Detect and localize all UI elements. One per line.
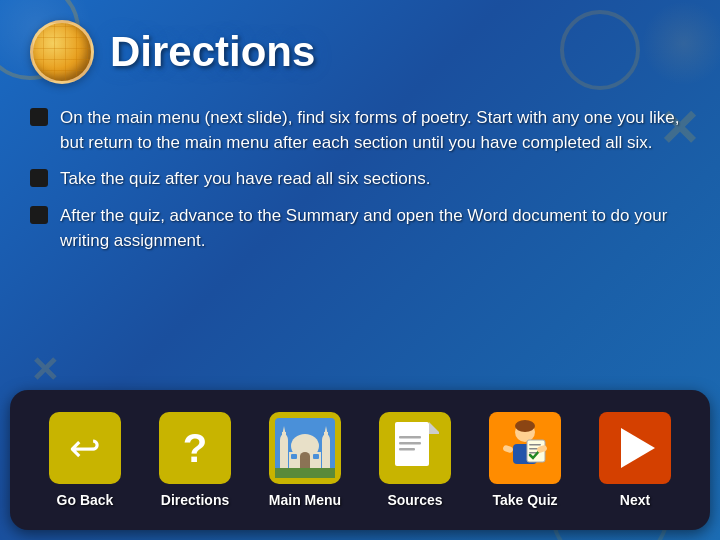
- nav-bar: ↩ Go Back ? Directions: [10, 390, 710, 530]
- svg-marker-17: [429, 422, 439, 434]
- nav-item-next[interactable]: Next: [595, 412, 675, 508]
- main-menu-label: Main Menu: [269, 492, 341, 508]
- nav-item-main-menu[interactable]: Main Menu: [265, 412, 345, 508]
- svg-rect-14: [313, 454, 319, 459]
- svg-point-12: [300, 452, 310, 460]
- go-back-icon-box[interactable]: ↩: [49, 412, 121, 484]
- directions-icon-box[interactable]: ?: [159, 412, 231, 484]
- svg-point-22: [515, 420, 535, 432]
- globe-icon: [30, 20, 94, 84]
- page-title: Directions: [110, 28, 315, 76]
- bullet-icon: [30, 108, 48, 126]
- bullet-text-2: Take the quiz after you have read all si…: [60, 167, 690, 192]
- svg-rect-18: [399, 436, 421, 439]
- svg-rect-25: [529, 444, 541, 446]
- svg-rect-13: [291, 454, 297, 459]
- next-icon-box[interactable]: [599, 412, 671, 484]
- sources-icon-box[interactable]: [379, 412, 451, 484]
- nav-item-go-back[interactable]: ↩ Go Back: [45, 412, 125, 508]
- bullet-list: On the main menu (next slide), find six …: [30, 106, 690, 253]
- take-quiz-icon-box[interactable]: [489, 412, 561, 484]
- mosque-icon: [275, 418, 335, 478]
- document-icon: [391, 420, 439, 476]
- nav-item-take-quiz[interactable]: Take Quiz: [485, 412, 565, 508]
- nav-item-directions[interactable]: ? Directions: [155, 412, 235, 508]
- list-item: On the main menu (next slide), find six …: [30, 106, 690, 155]
- nav-item-sources[interactable]: Sources: [375, 412, 455, 508]
- svg-rect-28: [502, 444, 513, 453]
- take-quiz-label: Take Quiz: [492, 492, 557, 508]
- directions-label: Directions: [161, 492, 229, 508]
- page-header: Directions: [30, 20, 690, 84]
- bullet-text-3: After the quiz, advance to the Summary a…: [60, 204, 690, 253]
- bullet-icon: [30, 169, 48, 187]
- list-item: After the quiz, advance to the Summary a…: [30, 204, 690, 253]
- quiz-person-icon: [497, 418, 553, 478]
- bullet-icon: [30, 206, 48, 224]
- sources-label: Sources: [387, 492, 442, 508]
- main-content: Directions On the main menu (next slide)…: [0, 0, 720, 382]
- bullet-text-1: On the main menu (next slide), find six …: [60, 106, 690, 155]
- main-menu-icon-box[interactable]: [269, 412, 341, 484]
- next-label: Next: [620, 492, 650, 508]
- page-container: Directions On the main menu (next slide)…: [0, 0, 720, 540]
- svg-rect-15: [275, 468, 335, 478]
- return-arrow-icon: ↩: [69, 426, 101, 470]
- svg-rect-20: [399, 448, 415, 451]
- list-item: Take the quiz after you have read all si…: [30, 167, 690, 192]
- play-triangle-icon: [621, 428, 655, 468]
- question-mark-icon: ?: [183, 426, 207, 471]
- svg-rect-19: [399, 442, 421, 445]
- go-back-label: Go Back: [57, 492, 114, 508]
